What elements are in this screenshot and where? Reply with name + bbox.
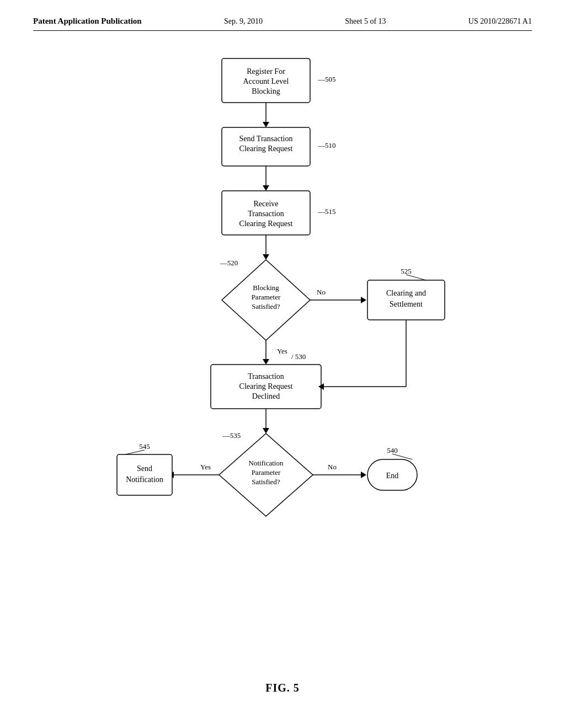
svg-marker-12 xyxy=(263,185,269,191)
svg-text:Send Transaction: Send Transaction xyxy=(239,135,293,143)
figure-label: FIG. 5 xyxy=(33,682,532,694)
svg-line-62 xyxy=(392,454,412,459)
svg-text:Satisfied?: Satisfied? xyxy=(252,302,280,311)
svg-text:Settlement: Settlement xyxy=(390,300,423,308)
page-header: Patent Application Publication Sep. 9, 2… xyxy=(33,17,532,31)
svg-text:—510: —510 xyxy=(317,141,336,149)
svg-text:No: No xyxy=(317,288,326,296)
svg-marker-6 xyxy=(263,122,269,127)
svg-marker-57 xyxy=(361,472,366,478)
svg-line-32 xyxy=(406,275,426,280)
svg-marker-34 xyxy=(263,359,269,365)
svg-text:525: 525 xyxy=(401,267,412,275)
svg-text:Declined: Declined xyxy=(252,392,280,400)
svg-marker-19 xyxy=(263,254,269,260)
svg-marker-26 xyxy=(361,297,366,303)
header-patent: US 2010/228671 A1 xyxy=(468,17,532,26)
diagram-container: Register For Account Level Blocking —505… xyxy=(33,42,532,665)
svg-text:545: 545 xyxy=(139,442,150,451)
svg-text:Parameter: Parameter xyxy=(252,468,281,477)
svg-text:—520: —520 xyxy=(220,259,238,267)
svg-text:Clearing Request: Clearing Request xyxy=(239,382,293,390)
svg-text:—515: —515 xyxy=(317,207,336,216)
svg-line-55 xyxy=(125,450,145,454)
svg-text:No: No xyxy=(328,463,337,471)
svg-text:Clearing Request: Clearing Request xyxy=(239,144,293,153)
svg-text:End: End xyxy=(386,472,399,480)
svg-text:Transaction: Transaction xyxy=(248,210,284,218)
header-sheet: Sheet 5 of 13 xyxy=(345,17,386,26)
svg-text:Blocking: Blocking xyxy=(252,87,280,95)
page: Patent Application Publication Sep. 9, 2… xyxy=(0,0,565,728)
svg-text:Satisfied?: Satisfied? xyxy=(252,478,280,486)
svg-text:Yes: Yes xyxy=(200,463,211,471)
svg-text:Clearing and: Clearing and xyxy=(386,289,426,297)
svg-text:Clearing Request: Clearing Request xyxy=(239,220,293,228)
header-date: Sep. 9, 2010 xyxy=(224,17,263,26)
svg-rect-51 xyxy=(117,454,172,495)
svg-text:Notification: Notification xyxy=(126,475,163,484)
svg-marker-42 xyxy=(263,428,269,433)
svg-text:/ 530: / 530 xyxy=(291,352,306,361)
svg-text:Transaction: Transaction xyxy=(248,372,284,381)
svg-text:Receive: Receive xyxy=(253,200,278,208)
svg-text:Notification: Notification xyxy=(249,459,284,467)
svg-text:—505: —505 xyxy=(317,75,336,83)
svg-text:Account Level: Account Level xyxy=(243,77,289,85)
svg-text:Parameter: Parameter xyxy=(252,293,281,301)
svg-text:540: 540 xyxy=(387,446,398,454)
svg-text:Register For: Register For xyxy=(247,67,285,76)
flowchart-svg: Register For Account Level Blocking —505… xyxy=(62,42,503,665)
header-title: Patent Application Publication xyxy=(33,17,142,26)
svg-text:Send: Send xyxy=(137,464,152,473)
svg-text:Blocking: Blocking xyxy=(253,283,279,292)
svg-text:Yes: Yes xyxy=(277,347,287,355)
svg-text:—535: —535 xyxy=(222,431,241,440)
